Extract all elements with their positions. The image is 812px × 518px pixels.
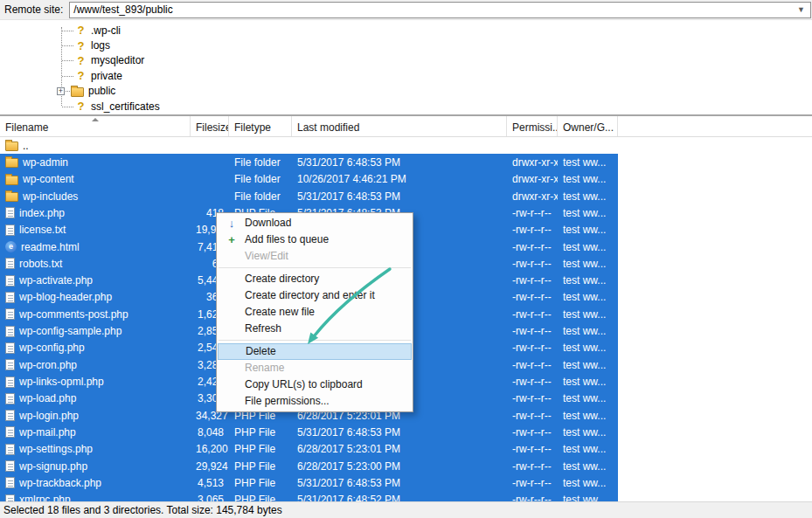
unknown-dir-icon: ? (75, 69, 87, 82)
unknown-dir-icon: ? (75, 39, 87, 52)
owner-cell: test ww... (558, 207, 618, 219)
sort-ascending-icon (92, 118, 99, 121)
tree-item-public[interactable]: +public (0, 84, 812, 99)
filename: wp-blog-header.php (19, 291, 112, 303)
last-modified-cell: 6/28/2017 5:23:00 PM (292, 460, 507, 473)
filename-cell: wp-content (0, 173, 191, 185)
folder-icon (5, 158, 18, 168)
filename: license.txt (19, 224, 66, 236)
menu-item-label: Add files to queue (245, 233, 329, 245)
context-menu: ↓Download+Add files to queueView/EditCre… (216, 212, 413, 412)
menu-item-download[interactable]: ↓Download (217, 215, 413, 231)
filename-cell: wp-trackback.php (0, 477, 191, 489)
expand-toggle-icon[interactable]: + (57, 87, 65, 95)
menu-item-create-directory[interactable]: Create directory (217, 271, 413, 287)
filename-cell: xmlrpc.php (0, 494, 191, 501)
tree-item-ssl-certificates[interactable]: ?ssl_certificates (0, 99, 812, 114)
filename-cell: wp-settings.php (0, 443, 191, 455)
tree-item-label: mysqleditor (91, 54, 144, 66)
menu-item-copy-url-s-to-clipboard[interactable]: Copy URL(s) to clipboard (217, 376, 413, 393)
filename-cell: robots.txt (0, 258, 191, 270)
last-modified-cell: 5/31/2017 6:48:53 PM (292, 426, 507, 439)
owner-cell: test ww... (558, 376, 618, 388)
filetype-cell: PHP File (229, 443, 292, 455)
owner-cell: test ww... (558, 460, 618, 473)
add-queue-icon: + (224, 231, 239, 248)
filename-cell: wp-load.php (0, 392, 191, 404)
permissions-cell: -rw-r--r-- (507, 207, 558, 219)
column-header-filetype[interactable]: Filetype (229, 116, 292, 136)
filename-cell: wp-admin (0, 156, 191, 169)
remote-site-path-combobox[interactable]: /www/test_893/public ▼ (69, 2, 811, 18)
filesize-cell: 3,065 (191, 494, 229, 501)
menu-item-label: Copy URL(s) to clipboard (245, 378, 363, 390)
file-row-wp-content[interactable]: wp-contentFile folder10/26/2017 4:46:21 … (0, 171, 618, 188)
filename-cell: wp-cron.php (0, 359, 191, 371)
tree-item-logs[interactable]: ?logs (0, 38, 812, 52)
column-header-label: Filesize (196, 121, 229, 134)
last-modified-cell: 5/31/2017 6:48:53 PM (292, 190, 507, 203)
filename: wp-activate.php (19, 274, 93, 287)
filename-cell: wp-config.php (0, 342, 191, 354)
php-file-icon (5, 308, 15, 320)
column-header-last-modified[interactable]: Last modified (292, 116, 507, 136)
file-row-xmlrpc-php[interactable]: xmlrpc.php3,065PHP File5/31/2017 6:48:52… (0, 492, 618, 501)
filetype-cell: File folder (229, 173, 292, 185)
menu-item-refresh[interactable]: Refresh (217, 321, 413, 337)
file-row-wp-includes[interactable]: wp-includesFile folder5/31/2017 6:48:53 … (0, 188, 618, 204)
filename: readme.html (21, 241, 80, 253)
menu-separator (219, 267, 411, 268)
menu-item-delete[interactable]: Delete (218, 343, 412, 360)
owner-cell: test ww... (558, 494, 618, 501)
menu-item-add-files-to-queue[interactable]: +Add files to queue (217, 231, 413, 248)
file-row-wp-signup-php[interactable]: wp-signup.php29,924PHP File6/28/2017 5:2… (0, 458, 618, 474)
menu-item-label: Refresh (245, 322, 281, 335)
tree-item-private[interactable]: ?private (0, 68, 812, 83)
filename-cell: ereadme.html (0, 241, 191, 253)
filename: wp-trackback.php (19, 477, 101, 489)
unknown-dir-icon: ? (75, 54, 87, 67)
php-file-icon (5, 342, 15, 354)
remote-directory-tree: ?.wp-cli?logs?mysqleditor?private+public… (0, 20, 812, 116)
filetype-cell: PHP File (229, 477, 292, 489)
owner-cell: test ww... (558, 426, 618, 439)
folder-icon (5, 192, 18, 202)
file-row-[interactable]: .. (0, 137, 618, 154)
filename-cell: wp-login.php (0, 410, 191, 422)
filename: robots.txt (19, 258, 62, 270)
column-header-filesize[interactable]: Filesize (191, 116, 229, 136)
tree-item-label: public (88, 85, 115, 97)
menu-item-label: Rename (245, 362, 284, 374)
column-header-permissi[interactable]: Permissi... (507, 116, 558, 136)
column-header-filename[interactable]: Filename (0, 116, 191, 136)
tree-item-label: logs (91, 39, 110, 52)
tree-item-mysqleditor[interactable]: ?mysqleditor (0, 53, 812, 68)
column-header-owner-g[interactable]: Owner/G... (558, 116, 618, 136)
text-file-icon (5, 224, 15, 236)
menu-item-label: Delete (246, 345, 276, 357)
php-file-icon (5, 275, 15, 287)
tree-item-label: ssl_certificates (91, 100, 160, 113)
menu-item-create-new-file[interactable]: Create new file (217, 304, 413, 321)
file-row-wp-settings-php[interactable]: wp-settings.php16,200PHP File6/28/2017 5… (0, 441, 618, 458)
file-row-wp-mail-php[interactable]: wp-mail.php8,048PHP File5/31/2017 6:48:5… (0, 424, 618, 440)
php-file-icon (5, 460, 15, 472)
file-list-header: FilenameFilesizeFiletypeLast modifiedPer… (0, 116, 812, 137)
remote-site-bar: Remote site: /www/test_893/public ▼ (0, 0, 812, 20)
filename: xmlrpc.php (19, 494, 71, 501)
tree-item-label: .wp-cli (91, 24, 121, 37)
last-modified-cell: 5/31/2017 6:48:52 PM (292, 494, 507, 501)
filename-cell: wp-includes (0, 190, 191, 203)
filename: wp-cron.php (19, 359, 77, 371)
permissions-cell: -rw-r--r-- (507, 426, 558, 439)
menu-item-label: Create directory and enter it (245, 289, 375, 301)
menu-item-create-directory-and-enter-it[interactable]: Create directory and enter it (217, 287, 413, 304)
last-modified-cell: 5/31/2017 6:48:53 PM (292, 156, 507, 169)
menu-item-view-edit: View/Edit (217, 248, 413, 265)
tree-item-wp-cli[interactable]: ?.wp-cli (0, 23, 812, 38)
file-row-wp-trackback-php[interactable]: wp-trackback.php4,513PHP File5/31/2017 6… (0, 474, 618, 491)
chevron-down-icon[interactable]: ▼ (797, 3, 807, 17)
permissions-cell: -rw-r--r-- (507, 410, 558, 422)
file-row-wp-admin[interactable]: wp-adminFile folder5/31/2017 6:48:53 PMd… (0, 154, 618, 170)
menu-item-file-permissions[interactable]: File permissions... (217, 393, 413, 410)
